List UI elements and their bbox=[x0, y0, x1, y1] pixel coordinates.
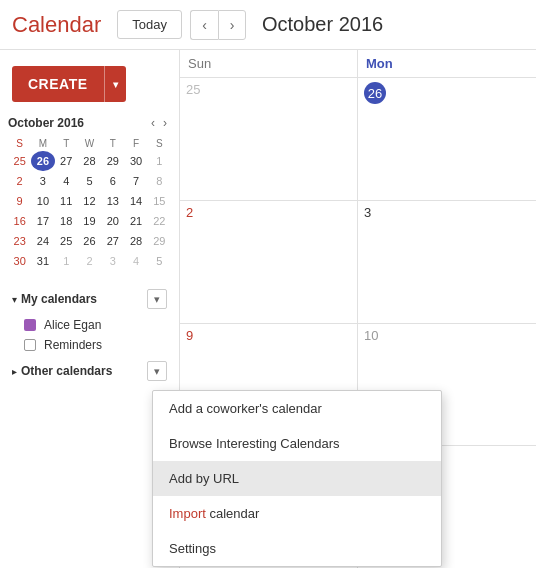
mini-cal-day[interactable]: 9 bbox=[8, 191, 31, 211]
mini-cal-day[interactable]: 1 bbox=[148, 151, 171, 171]
mini-cal-day[interactable]: 21 bbox=[124, 211, 147, 231]
other-calendars-title: Other calendars bbox=[21, 364, 147, 378]
mini-cal-day[interactable]: 27 bbox=[55, 151, 78, 171]
mini-cal-day-header: T bbox=[101, 136, 124, 151]
mini-cal-day[interactable]: 18 bbox=[55, 211, 78, 231]
mini-cal-day[interactable]: 14 bbox=[124, 191, 147, 211]
calendar-column-header: Sun bbox=[180, 50, 358, 77]
mini-cal-day[interactable]: 29 bbox=[148, 231, 171, 251]
calendar-date-number: 9 bbox=[186, 328, 193, 343]
mini-cal-day[interactable]: 19 bbox=[78, 211, 101, 231]
mini-cal-day[interactable]: 25 bbox=[55, 231, 78, 251]
mini-cal-day-header: M bbox=[31, 136, 54, 151]
import-link[interactable]: Import bbox=[169, 506, 206, 521]
my-calendars-title: My calendars bbox=[21, 292, 147, 306]
mini-cal-day[interactable]: 6 bbox=[101, 171, 124, 191]
calendar-date-number: 10 bbox=[364, 328, 378, 343]
mini-cal-day[interactable]: 31 bbox=[31, 251, 54, 271]
calendar-date-number: 2 bbox=[186, 205, 193, 220]
mini-calendar-table: SMTWTFS 25262728293012345678910111213141… bbox=[8, 136, 171, 271]
my-calendar-item[interactable]: Alice Egan bbox=[0, 315, 179, 335]
mini-cal-day[interactable]: 27 bbox=[101, 231, 124, 251]
my-calendars-section[interactable]: ▾ My calendars ▾ bbox=[0, 283, 179, 315]
mini-cal-day[interactable]: 29 bbox=[101, 151, 124, 171]
app-title: Calendar bbox=[12, 12, 101, 38]
mini-cal-day[interactable]: 17 bbox=[31, 211, 54, 231]
mini-cal-day[interactable]: 24 bbox=[31, 231, 54, 251]
mini-cal-day[interactable]: 15 bbox=[148, 191, 171, 211]
calendar-column-header: Mon bbox=[358, 50, 536, 77]
calendar-cell[interactable]: 26 bbox=[358, 78, 536, 200]
current-month-label: October 2016 bbox=[262, 13, 383, 36]
mini-cal-day[interactable]: 2 bbox=[8, 171, 31, 191]
dropdown-menu-item[interactable]: Settings bbox=[153, 531, 441, 566]
mini-cal-day-header: W bbox=[78, 136, 101, 151]
mini-cal-day[interactable]: 26 bbox=[78, 231, 101, 251]
calendar-cell[interactable]: 3 bbox=[358, 201, 536, 323]
nav-arrows: ‹ › bbox=[190, 10, 246, 40]
my-calendars-arrow: ▾ bbox=[12, 294, 17, 305]
create-button-dropdown-arrow[interactable]: ▾ bbox=[104, 66, 127, 102]
mini-cal-day[interactable]: 25 bbox=[8, 151, 31, 171]
calendar-item-label: Reminders bbox=[44, 338, 102, 352]
calendar-color-swatch bbox=[24, 319, 36, 331]
mini-cal-day[interactable]: 4 bbox=[124, 251, 147, 271]
mini-cal-day[interactable]: 11 bbox=[55, 191, 78, 211]
calendar-week-row: 23 bbox=[180, 201, 536, 324]
calendar-date-number: 25 bbox=[186, 82, 200, 97]
mini-cal-day-header: S bbox=[8, 136, 31, 151]
mini-cal-day[interactable]: 8 bbox=[148, 171, 171, 191]
mini-cal-day[interactable]: 5 bbox=[78, 171, 101, 191]
other-calendars-gear[interactable]: ▾ bbox=[147, 361, 167, 381]
calendar-date-number: 26 bbox=[364, 82, 386, 104]
mini-cal-day[interactable]: 7 bbox=[124, 171, 147, 191]
mini-cal-day[interactable]: 28 bbox=[124, 231, 147, 251]
today-button[interactable]: Today bbox=[117, 10, 182, 39]
next-month-button[interactable]: › bbox=[218, 10, 246, 40]
mini-cal-day[interactable]: 30 bbox=[8, 251, 31, 271]
mini-cal-day[interactable]: 16 bbox=[8, 211, 31, 231]
mini-cal-day[interactable]: 3 bbox=[31, 171, 54, 191]
mini-cal-day[interactable]: 2 bbox=[78, 251, 101, 271]
mini-cal-day-header: F bbox=[124, 136, 147, 151]
dropdown-menu-item[interactable]: Add a coworker's calendar bbox=[153, 391, 441, 426]
mini-cal-day[interactable]: 12 bbox=[78, 191, 101, 211]
create-button-wrap: CREATE ▾ bbox=[0, 58, 179, 114]
mini-calendar-prev[interactable]: ‹ bbox=[147, 114, 159, 132]
app-header: Calendar Today ‹ › October 2016 bbox=[0, 0, 536, 50]
my-calendar-items: Alice EganReminders bbox=[0, 315, 179, 355]
mini-cal-day[interactable]: 22 bbox=[148, 211, 171, 231]
my-calendars-gear[interactable]: ▾ bbox=[147, 289, 167, 309]
calendar-date-number: 3 bbox=[364, 205, 371, 220]
dropdown-menu: Add a coworker's calendarBrowse Interest… bbox=[152, 390, 442, 567]
calendar-color-swatch bbox=[24, 339, 36, 351]
calendar-cell[interactable]: 25 bbox=[180, 78, 358, 200]
mini-cal-day[interactable]: 30 bbox=[124, 151, 147, 171]
mini-cal-day[interactable]: 4 bbox=[55, 171, 78, 191]
dropdown-menu-item[interactable]: Add by URL bbox=[153, 461, 441, 496]
mini-cal-day[interactable]: 23 bbox=[8, 231, 31, 251]
mini-cal-day[interactable]: 28 bbox=[78, 151, 101, 171]
mini-cal-day[interactable]: 3 bbox=[101, 251, 124, 271]
dropdown-menu-item[interactable]: Import calendar bbox=[153, 496, 441, 531]
create-button-label: CREATE bbox=[12, 66, 104, 102]
calendar-week-row: 2526 bbox=[180, 78, 536, 201]
dropdown-menu-item[interactable]: Browse Interesting Calendars bbox=[153, 426, 441, 461]
mini-calendar: October 2016 ‹ › SMTWTFS 252627282930123… bbox=[0, 114, 179, 283]
calendar-day-headers: SunMon bbox=[180, 50, 536, 78]
mini-cal-day[interactable]: 20 bbox=[101, 211, 124, 231]
create-button[interactable]: CREATE ▾ bbox=[12, 66, 126, 102]
mini-cal-day-header: T bbox=[55, 136, 78, 151]
calendar-cell[interactable]: 2 bbox=[180, 201, 358, 323]
mini-calendar-next[interactable]: › bbox=[159, 114, 171, 132]
mini-cal-day[interactable]: 5 bbox=[148, 251, 171, 271]
mini-cal-day[interactable]: 13 bbox=[101, 191, 124, 211]
mini-cal-day[interactable]: 26 bbox=[31, 151, 54, 171]
other-calendars-section[interactable]: ▸ Other calendars ▾ bbox=[0, 355, 179, 387]
mini-calendar-title[interactable]: October 2016 bbox=[8, 116, 147, 130]
my-calendar-item[interactable]: Reminders bbox=[0, 335, 179, 355]
calendar-item-label: Alice Egan bbox=[44, 318, 101, 332]
mini-cal-day[interactable]: 1 bbox=[55, 251, 78, 271]
mini-cal-day[interactable]: 10 bbox=[31, 191, 54, 211]
prev-month-button[interactable]: ‹ bbox=[190, 10, 218, 40]
